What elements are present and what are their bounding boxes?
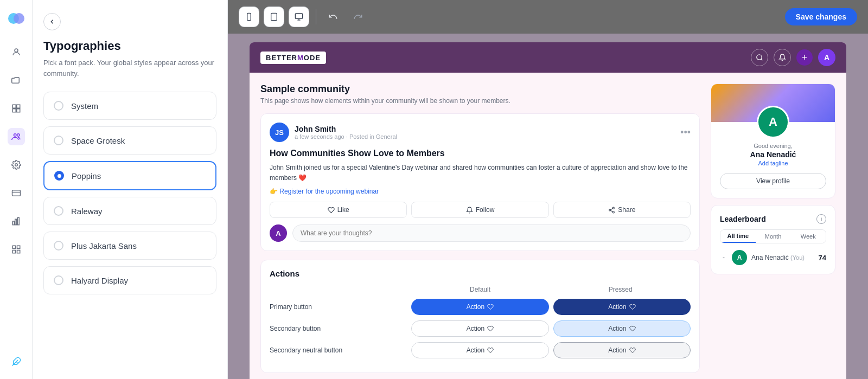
community-header-bar: BETTERMODE + A xyxy=(250,42,846,73)
primary-default-button[interactable]: Action xyxy=(411,299,548,315)
col-label-default: Default xyxy=(410,286,551,293)
save-changes-button[interactable]: Save changes xyxy=(785,8,857,25)
toolbar-left xyxy=(239,7,368,27)
font-label-poppins: Poppins xyxy=(72,171,101,181)
sidebar-item-plugin[interactable] xyxy=(8,353,25,370)
redo-button[interactable] xyxy=(348,7,368,27)
search-header-button[interactable] xyxy=(751,49,768,66)
secondary-pressed-button[interactable]: Action xyxy=(553,320,691,337)
header-avatar: A xyxy=(818,49,835,66)
toolbar-divider xyxy=(316,9,316,24)
font-radio-plus-jakarta xyxy=(54,241,63,250)
profile-avatar: A xyxy=(757,106,789,138)
svg-rect-21 xyxy=(247,13,251,20)
view-profile-button[interactable]: View profile xyxy=(720,173,826,189)
neutral-pressed-button[interactable]: Action xyxy=(553,342,691,358)
lb-you-badge: (You) xyxy=(790,254,805,261)
post-author: JS John Smith a few seconds ago · Posted… xyxy=(270,123,397,142)
comment-avatar: A xyxy=(270,224,287,242)
font-radio-system xyxy=(54,101,63,111)
leaderboard-header: Leaderboard i xyxy=(720,214,826,224)
font-option-halyard[interactable]: Halyard Display xyxy=(43,266,216,294)
leaderboard-title: Leaderboard xyxy=(720,215,766,223)
sidebar-item-analytics[interactable] xyxy=(8,213,25,230)
svg-line-29 xyxy=(761,59,763,61)
post-actions: Like Follow Share xyxy=(270,202,691,218)
actions-table-header: Default Pressed xyxy=(270,286,691,293)
svg-rect-14 xyxy=(17,217,19,225)
feed-column: Sample community This page shows how ele… xyxy=(260,83,700,373)
secondary-default-button[interactable]: Action xyxy=(411,320,548,337)
svg-point-8 xyxy=(17,134,20,137)
panel-title: Typographies xyxy=(43,39,216,53)
svg-rect-16 xyxy=(17,246,20,248)
font-radio-halyard xyxy=(54,275,63,285)
leaderboard-card: Leaderboard i All time Month Week - A xyxy=(711,205,835,274)
svg-line-34 xyxy=(611,208,613,209)
leaderboard-info-icon: i xyxy=(816,214,826,224)
profile-name: Ana Nenadić xyxy=(720,150,826,159)
add-tagline-link[interactable]: Add tagline xyxy=(720,160,826,166)
font-option-space-grotesk[interactable]: Space Grotesk xyxy=(43,126,216,155)
font-option-poppins[interactable]: Poppins xyxy=(43,161,216,190)
font-option-system[interactable]: System xyxy=(43,92,216,120)
svg-rect-12 xyxy=(12,221,14,225)
font-label-plus-jakarta: Plus Jakarta Sans xyxy=(71,241,137,250)
svg-rect-6 xyxy=(16,109,20,112)
svg-point-9 xyxy=(15,164,17,166)
lb-rank: - xyxy=(720,254,727,261)
sidebar-item-layout[interactable] xyxy=(8,100,25,117)
sidebar-item-users[interactable] xyxy=(8,43,25,61)
font-option-raleway[interactable]: Raleway xyxy=(43,197,216,225)
bettermode-logo: BETTERMODE xyxy=(260,52,326,64)
lb-name: Ana Nenadić (You) xyxy=(751,254,814,261)
comment-input[interactable] xyxy=(292,224,691,242)
post-menu-button[interactable]: ••• xyxy=(680,127,691,138)
col-label-empty xyxy=(270,286,410,293)
profile-info: A Good evening, Ana Nenadić Add tagline … xyxy=(711,106,835,198)
font-radio-poppins xyxy=(54,171,64,181)
svg-point-32 xyxy=(612,211,614,213)
post-body: John Smith joined us for a special Valen… xyxy=(270,163,691,183)
svg-rect-13 xyxy=(15,219,16,225)
profile-card: A Good evening, Ana Nenadić Add tagline … xyxy=(711,83,835,198)
tablet-device-button[interactable] xyxy=(264,7,284,27)
sidebar-item-settings[interactable] xyxy=(8,156,25,174)
author-avatar: JS xyxy=(270,123,289,142)
main-content: Save changes BETTERMODE + A xyxy=(228,0,868,379)
table-row: Secondary button Action Action xyxy=(270,320,691,337)
add-header-button[interactable]: + xyxy=(796,49,813,66)
sidebar-item-folder[interactable] xyxy=(8,72,25,89)
undo-button[interactable] xyxy=(323,7,343,27)
primary-pressed-button[interactable]: Action xyxy=(553,299,691,315)
back-button[interactable] xyxy=(43,13,61,30)
sidebar-item-apps[interactable] xyxy=(8,241,25,258)
desktop-device-button[interactable] xyxy=(289,7,309,27)
font-radio-raleway xyxy=(54,206,63,216)
svg-rect-17 xyxy=(12,250,15,253)
lb-avatar: A xyxy=(732,250,747,265)
author-name: John Smith xyxy=(295,125,397,133)
font-label-system: System xyxy=(71,101,98,111)
svg-point-30 xyxy=(612,207,614,209)
typography-panel: Typographies Pick a font pack. Your glob… xyxy=(33,0,228,379)
post-header: JS John Smith a few seconds ago · Posted… xyxy=(270,123,691,142)
leaderboard-tabs: All time Month Week xyxy=(720,229,826,243)
leaderboard-tab-month[interactable]: Month xyxy=(756,230,791,243)
sidebar-item-members[interactable] xyxy=(8,128,25,145)
follow-button[interactable]: Follow xyxy=(411,202,548,218)
post-link[interactable]: 👉 Register for the upcoming webinar xyxy=(270,188,691,195)
mobile-device-button[interactable] xyxy=(239,7,259,27)
leaderboard-tab-all-time[interactable]: All time xyxy=(720,230,756,243)
share-button[interactable]: Share xyxy=(553,202,691,218)
neutral-default-button[interactable]: Action xyxy=(411,342,548,358)
primary-btn-label: Primary button xyxy=(270,303,407,311)
table-row: Primary button Action Action xyxy=(270,299,691,315)
table-row: Secondary neutral button Action Action xyxy=(270,342,691,358)
font-option-plus-jakarta[interactable]: Plus Jakarta Sans xyxy=(43,232,216,260)
font-label-space-grotesk: Space Grotesk xyxy=(71,136,125,145)
notifications-header-button[interactable] xyxy=(774,49,791,66)
leaderboard-tab-week[interactable]: Week xyxy=(790,230,826,243)
sidebar-item-billing[interactable] xyxy=(8,184,25,202)
like-button[interactable]: Like xyxy=(270,202,407,218)
